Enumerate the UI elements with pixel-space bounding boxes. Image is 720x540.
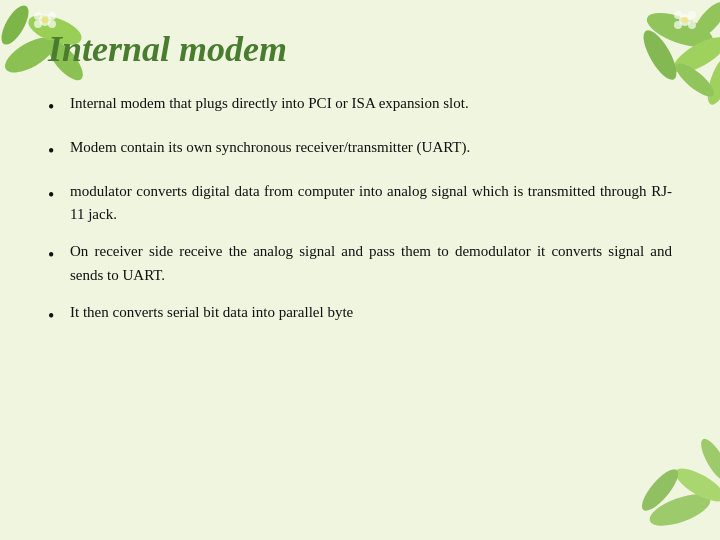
bullet-text: modulator converts digital data from com…: [70, 180, 672, 227]
bullet-dot: •: [48, 94, 70, 122]
bullet-text: On receiver side receive the analog sign…: [70, 240, 672, 287]
bullet-dot: •: [48, 303, 70, 331]
bullet-text: It then converts serial bit data into pa…: [70, 301, 672, 324]
svg-point-24: [636, 464, 683, 515]
list-item: • It then converts serial bit data into …: [48, 301, 672, 331]
list-item: • On receiver side receive the analog si…: [48, 240, 672, 287]
bullet-list: • Internal modem that plugs directly int…: [48, 92, 672, 331]
list-item: • Internal modem that plugs directly int…: [48, 92, 672, 122]
page-title: Internal modem: [48, 28, 672, 70]
svg-point-22: [646, 488, 714, 532]
list-item: • modulator converts digital data from c…: [48, 180, 672, 227]
svg-point-23: [671, 462, 720, 507]
svg-point-25: [696, 435, 720, 485]
bullet-text: Modem contain its own synchronous receiv…: [70, 136, 672, 159]
bullet-dot: •: [48, 242, 70, 270]
bullet-text: Internal modem that plugs directly into …: [70, 92, 672, 115]
bullet-dot: •: [48, 182, 70, 210]
bullet-dot: •: [48, 138, 70, 166]
list-item: • Modem contain its own synchronous rece…: [48, 136, 672, 166]
